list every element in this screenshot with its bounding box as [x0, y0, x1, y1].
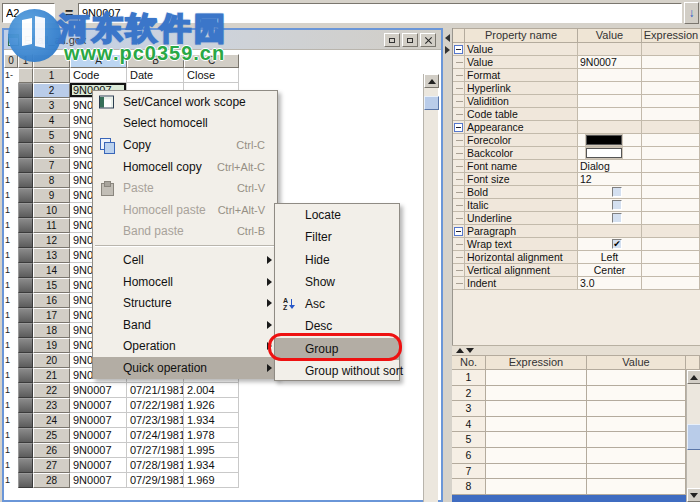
- property-value[interactable]: [578, 212, 642, 225]
- scrollbar-thumb[interactable]: [424, 96, 439, 110]
- outline-level-cell[interactable]: 1: [4, 233, 18, 248]
- property-name[interactable]: Vertical alignment: [465, 264, 578, 277]
- value-cell[interactable]: [587, 370, 686, 386]
- property-name[interactable]: Hyperlink: [465, 82, 578, 95]
- property-value[interactable]: [578, 225, 642, 238]
- submenu-item-desc[interactable]: Desc: [275, 315, 399, 337]
- value-cell[interactable]: [587, 432, 686, 448]
- outline-level-cell[interactable]: 1: [4, 338, 18, 353]
- menu-item-homocell[interactable]: Homocell: [93, 271, 277, 293]
- property-name[interactable]: Forecolor: [465, 134, 578, 147]
- cell-A25[interactable]: 9N0007: [70, 428, 127, 443]
- property-expression[interactable]: [642, 43, 700, 56]
- property-name[interactable]: Underline: [465, 212, 578, 225]
- row-number-button[interactable]: 17: [33, 308, 70, 323]
- property-value[interactable]: [578, 147, 642, 160]
- cell-C26[interactable]: 1.995: [184, 443, 239, 458]
- property-expression[interactable]: [642, 147, 700, 160]
- scrollbar-thumb[interactable]: [687, 424, 700, 450]
- cell-C1[interactable]: Close: [184, 68, 239, 83]
- outline-level-cell[interactable]: 1: [4, 143, 18, 158]
- menu-item-cell[interactable]: Cell: [93, 249, 277, 271]
- band-indicator[interactable]: [18, 308, 33, 323]
- outline-level-cell[interactable]: 1: [4, 173, 18, 188]
- row-number-button[interactable]: 13: [33, 248, 70, 263]
- band-indicator[interactable]: [18, 458, 33, 473]
- band-indicator[interactable]: [18, 398, 33, 413]
- property-name[interactable]: Bold: [465, 186, 578, 199]
- property-expression[interactable]: [642, 108, 700, 121]
- outline-level-cell[interactable]: 1: [4, 128, 18, 143]
- band-indicator[interactable]: [18, 98, 33, 113]
- row-number-button[interactable]: 22: [33, 383, 70, 398]
- band-indicator[interactable]: [18, 263, 33, 278]
- submenu-item-filter[interactable]: Filter: [275, 226, 399, 248]
- vertical-splitter[interactable]: [443, 28, 452, 502]
- row-number-button[interactable]: 27: [33, 458, 70, 473]
- property-value[interactable]: [578, 95, 642, 108]
- row-number-button[interactable]: 18: [33, 323, 70, 338]
- band-indicator[interactable]: [18, 158, 33, 173]
- band-indicator[interactable]: [18, 278, 33, 293]
- color-swatch[interactable]: [586, 148, 622, 158]
- outline-level-cell[interactable]: 1: [4, 263, 18, 278]
- submenu-item-group-without-sort[interactable]: Group without sort: [275, 360, 399, 382]
- color-swatch[interactable]: [586, 135, 622, 145]
- row-number-button[interactable]: 14: [33, 263, 70, 278]
- band-indicator[interactable]: [18, 68, 33, 83]
- outline-level-cell[interactable]: 1: [4, 98, 18, 113]
- band-indicator[interactable]: [18, 383, 33, 398]
- row-number-button[interactable]: 23: [33, 398, 70, 413]
- property-name-header[interactable]: Property name: [465, 28, 578, 43]
- property-value[interactable]: 9N0007: [578, 56, 642, 69]
- band-indicator[interactable]: [18, 353, 33, 368]
- outline-level-cell[interactable]: 1: [4, 113, 18, 128]
- outline-level-cell[interactable]: 1: [4, 203, 18, 218]
- row-number-button[interactable]: 3: [33, 98, 70, 113]
- property-expression[interactable]: [642, 121, 700, 134]
- property-value[interactable]: [578, 134, 642, 147]
- cell-B1[interactable]: Date: [127, 68, 184, 83]
- restore-button[interactable]: [402, 33, 418, 47]
- row-number-button[interactable]: 8: [33, 173, 70, 188]
- property-expression[interactable]: [642, 238, 700, 251]
- row-number-button[interactable]: 21: [33, 368, 70, 383]
- property-value[interactable]: 12: [578, 173, 642, 186]
- property-value[interactable]: [578, 121, 642, 134]
- property-expression[interactable]: [642, 199, 700, 212]
- submenu-item-group[interactable]: Group: [275, 338, 399, 360]
- outline-level-cell[interactable]: 1: [4, 83, 18, 98]
- row-number-button[interactable]: 6: [33, 143, 70, 158]
- outline-level-cell[interactable]: 1: [4, 353, 18, 368]
- checkbox[interactable]: [612, 187, 622, 197]
- submenu-item-show[interactable]: Show: [275, 271, 399, 293]
- outline-level-cell[interactable]: 1: [4, 413, 18, 428]
- property-expression[interactable]: [642, 212, 700, 225]
- cell-B27[interactable]: 07/28/1981: [127, 458, 184, 473]
- outline-level-1-header[interactable]: 1: [18, 54, 33, 68]
- equals-button[interactable]: =: [61, 4, 77, 22]
- property-name[interactable]: Font name: [465, 160, 578, 173]
- cell-C25[interactable]: 1.978: [184, 428, 239, 443]
- band-indicator[interactable]: [18, 368, 33, 383]
- property-expression[interactable]: [642, 160, 700, 173]
- row-number-button[interactable]: 12: [33, 233, 70, 248]
- expression-cell[interactable]: [486, 448, 587, 464]
- band-indicator[interactable]: [18, 473, 33, 488]
- outline-level-cell[interactable]: 1: [4, 383, 18, 398]
- value-header[interactable]: Value: [587, 355, 686, 370]
- cell-A1[interactable]: Code: [70, 68, 127, 83]
- row-number-button[interactable]: 9: [33, 188, 70, 203]
- minimize-button[interactable]: [384, 33, 400, 47]
- band-indicator[interactable]: [18, 83, 33, 98]
- outline-level-cell[interactable]: 1: [4, 473, 18, 488]
- outline-level-cell[interactable]: 1: [4, 428, 18, 443]
- cell-A23[interactable]: 9N0007: [70, 398, 127, 413]
- band-indicator[interactable]: [18, 233, 33, 248]
- cell-A28[interactable]: 9N0007: [70, 473, 127, 488]
- band-indicator[interactable]: [18, 293, 33, 308]
- cell-A26[interactable]: 9N0007: [70, 443, 127, 458]
- submenu-item-asc[interactable]: AZAsc: [275, 293, 399, 315]
- property-name[interactable]: Paragraph: [465, 225, 578, 238]
- property-name[interactable]: Code table: [465, 108, 578, 121]
